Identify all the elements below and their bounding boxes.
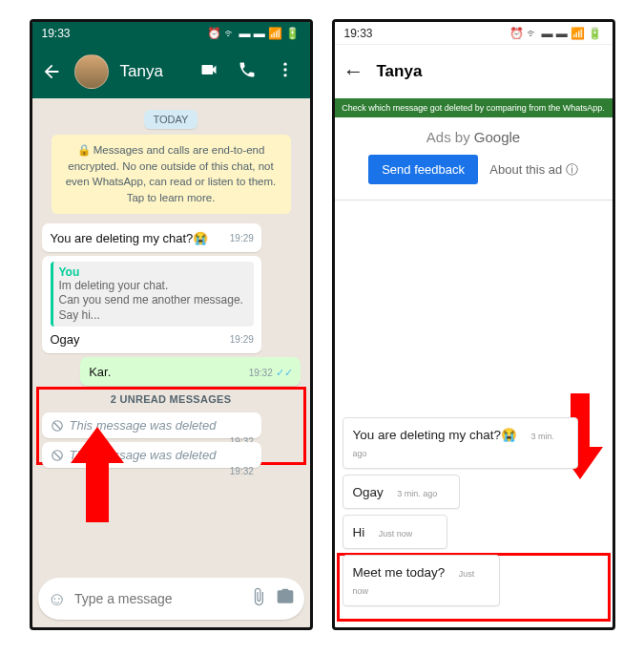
status-bar: 19:33 ⏰ ᯤ ▬ ▬ 📶 🔋 — [32, 22, 310, 45]
header-actions — [199, 60, 302, 83]
svg-point-1 — [283, 68, 286, 71]
back-button[interactable] — [40, 60, 63, 83]
status-time: 19:33 — [42, 27, 71, 40]
svg-line-4 — [53, 422, 60, 429]
more-icon[interactable] — [276, 60, 295, 83]
chat-area[interactable]: TODAY 🔒 Messages and calls are end-to-en… — [32, 98, 310, 627]
phone-recovery-app: 19:33 ⏰ ᯤ ▬ ▬ 📶 🔋 ← Tanya Check which me… — [332, 19, 615, 630]
chat-header: Tanya — [32, 45, 310, 98]
message-input-bar: ☺ — [38, 578, 304, 620]
message-recovered[interactable]: You are deleting my chat?😭 3 min. ago — [343, 417, 579, 469]
quoted-message[interactable]: You Im deleting your chat. Can you send … — [51, 262, 254, 328]
back-button[interactable]: ← — [343, 60, 365, 83]
status-time: 19:33 — [344, 27, 373, 40]
message-input[interactable]: ☺ — [38, 578, 304, 620]
text-input[interactable] — [74, 591, 241, 606]
emoji-icon[interactable]: ☺ — [48, 588, 67, 610]
message-recovered[interactable]: Meet me today? Just now — [343, 555, 500, 606]
message-recovered[interactable]: Ogay 3 min. ago — [343, 475, 461, 509]
svg-point-2 — [283, 74, 286, 76]
ads-title: Ads by Google — [343, 129, 605, 145]
message-in-reply[interactable]: You Im deleting your chat. Can you send … — [42, 256, 261, 354]
unread-divider: 2 UNREAD MESSAGES — [42, 393, 301, 405]
svg-point-0 — [283, 63, 286, 66]
voice-call-icon[interactable] — [238, 60, 257, 83]
info-banner: Check which message got deleted by compa… — [335, 98, 613, 117]
day-chip: TODAY — [42, 110, 301, 127]
read-ticks-icon: ✓✓ — [276, 367, 293, 378]
camera-icon[interactable] — [276, 587, 295, 610]
blocked-icon — [51, 419, 64, 433]
encryption-notice[interactable]: 🔒 Messages and calls are end-to-end encr… — [52, 135, 291, 214]
send-feedback-button[interactable]: Send feedback — [368, 155, 478, 184]
message-in[interactable]: You are deleting my chat?😭 19:29 — [42, 223, 261, 252]
blocked-icon — [51, 449, 64, 462]
attach-icon[interactable] — [249, 587, 268, 610]
contact-name: Tanya — [377, 62, 605, 81]
video-call-icon[interactable] — [199, 60, 218, 83]
status-bar: 19:33 ⏰ ᯤ ▬ ▬ 📶 🔋 — [335, 22, 613, 45]
about-ad-link[interactable]: About this ad ⓘ — [489, 162, 578, 177]
message-out[interactable]: Kar. 19:32 ✓✓ — [80, 357, 300, 386]
avatar[interactable] — [74, 54, 109, 89]
chat-area[interactable]: You are deleting my chat?😭 3 min. ago Og… — [335, 201, 613, 627]
mic-button[interactable] — [310, 578, 313, 620]
phone-whatsapp: 19:33 ⏰ ᯤ ▬ ▬ 📶 🔋 Tanya TODAY 🔒 Messages… — [30, 19, 313, 630]
message-recovered[interactable]: Hi Just now — [343, 515, 447, 549]
status-icons: ⏰ ᯤ ▬ ▬ 📶 🔋 — [207, 27, 301, 40]
ads-box: Ads by Google Send feedback About this a… — [335, 117, 613, 201]
svg-marker-7 — [71, 427, 124, 522]
arrow-up-icon — [71, 427, 124, 522]
status-icons: ⏰ ᯤ ▬ ▬ 📶 🔋 — [509, 27, 603, 40]
app-header: ← Tanya — [335, 45, 613, 98]
contact-name[interactable]: Tanya — [120, 62, 188, 81]
svg-line-6 — [53, 452, 60, 458]
